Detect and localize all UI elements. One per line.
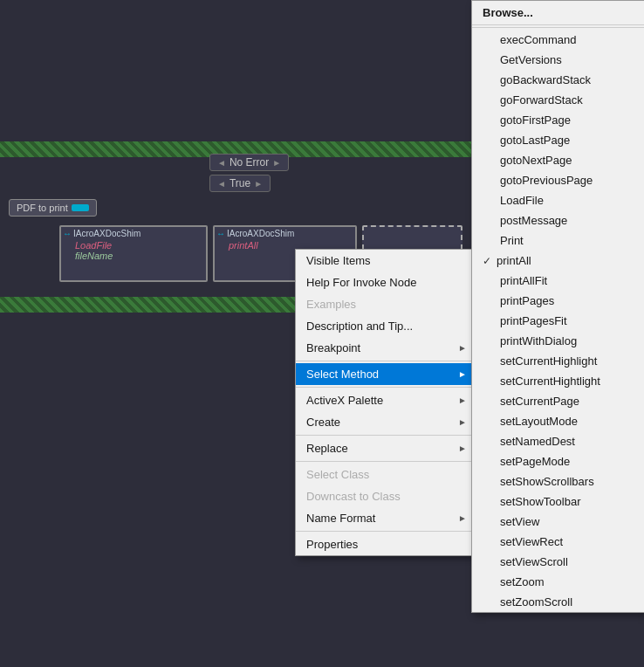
menu-item-replace[interactable]: Replace ► — [296, 437, 477, 459]
submenu-label-printpagesfit: printPagesFit — [500, 314, 567, 327]
submenu-label-setcurrentpage: setCurrentPage — [500, 395, 579, 408]
submenu-item-gotopreviouspage[interactable]: gotoPreviousPage — [472, 170, 644, 190]
true-label: True — [230, 177, 250, 189]
submenu-item-setcurrenthighlight[interactable]: setCurrentHighlight — [472, 351, 644, 371]
menu-item-description[interactable]: Description and Tip... — [296, 315, 477, 337]
submenu-item-setshowscrollbars[interactable]: setShowScrollbars — [472, 471, 644, 492]
submenu-item-execcommand[interactable]: execCommand — [472, 30, 644, 50]
submenu-item-gotolastpage[interactable]: gotoLastPage — [472, 130, 644, 150]
menu-item-select-class: Select Class — [296, 464, 477, 485]
submenu-label-printall: printAll — [497, 254, 531, 267]
menu-label-description: Description and Tip... — [306, 320, 413, 333]
submenu-item-setview[interactable]: setView — [472, 512, 644, 532]
submenu-label-setzoom: setZoom — [500, 575, 545, 588]
menu-item-breakpoint[interactable]: Breakpoint ► — [296, 337, 477, 359]
separator-2 — [296, 387, 477, 388]
activex-arrow: ► — [458, 395, 467, 405]
submenu-item-setzoomscroll[interactable]: setZoomScroll — [472, 592, 644, 612]
submenu-item-goforwardstack[interactable]: goForwardStack — [472, 90, 644, 110]
submenu-item-printwithdialog[interactable]: printWithDialog — [472, 331, 644, 351]
submenu-item-loadfile[interactable]: LoadFile — [472, 190, 644, 210]
submenu-label-printallfit: printAllFit — [500, 274, 547, 287]
submenu-label-setcurrenthightlight: setCurrentHightlight — [500, 375, 600, 388]
submenu-item-setpagemode[interactable]: setPageMode — [472, 451, 644, 471]
breakpoint-arrow: ► — [458, 343, 467, 353]
submenu-label-goforwardstack: goForwardStack — [500, 93, 583, 107]
submenu-label-loadfile: LoadFile — [500, 194, 544, 207]
submenu-item-setshowtoolbar[interactable]: setShowToolbar — [472, 492, 644, 512]
submenu-label-getversions: GetVersions — [500, 53, 562, 66]
submenu-label-execcommand: execCommand — [500, 33, 576, 46]
menu-label-replace: Replace — [306, 442, 348, 455]
menu-item-activex-palette[interactable]: ActiveX Palette ► — [296, 389, 477, 411]
separator-4 — [296, 461, 477, 462]
menu-label-activex-palette: ActiveX Palette — [306, 394, 383, 407]
menu-label-help: Help For Invoke Node — [306, 276, 416, 289]
submenu-label-printwithdialog: printWithDialog — [500, 334, 577, 347]
menu-label-downcast: Downcast to Class — [306, 490, 401, 503]
browse-label: Browse... — [483, 6, 533, 19]
submenu-select-method: Browse... execCommand GetVersions goBack… — [471, 0, 644, 613]
submenu-label-setnameddest: setNamedDest — [500, 435, 575, 448]
node-block-1[interactable]: ↔ IAcroAXDocShim LoadFile fileName — [59, 225, 208, 282]
menu-label-select-class: Select Class — [306, 468, 369, 481]
submenu-item-gotonextpage[interactable]: gotoNextPage — [472, 150, 644, 170]
true-node: True — [209, 175, 271, 192]
node1-class: IAcroAXDocShim — [73, 229, 140, 238]
menu-item-downcast: Downcast to Class — [296, 485, 477, 507]
submenu-item-printall[interactable]: printAll — [472, 251, 644, 271]
canvas: No Error True PDF to print ↔ IAcroAXDocS… — [0, 0, 644, 667]
menu-label-breakpoint: Breakpoint — [306, 341, 360, 354]
menu-item-name-format[interactable]: Name Format ► — [296, 507, 477, 529]
node1-arrow: ↔ — [63, 229, 72, 238]
submenu-item-printpagesfit[interactable]: printPagesFit — [472, 311, 644, 331]
submenu-browse[interactable]: Browse... — [472, 1, 644, 25]
menu-item-properties[interactable]: Properties — [296, 533, 477, 555]
submenu-item-setnameddest[interactable]: setNamedDest — [472, 431, 644, 451]
context-menu: Visible Items Help For Invoke Node Examp… — [295, 249, 478, 556]
submenu-item-setviewrect[interactable]: setViewRect — [472, 532, 644, 552]
submenu-label-setcurrenthighlight: setCurrentHighlight — [500, 354, 597, 368]
submenu-item-gotofirstpage[interactable]: gotoFirstPage — [472, 110, 644, 130]
submenu-item-gobackwardstack[interactable]: goBackwardStack — [472, 70, 644, 90]
submenu-item-setviewscroll[interactable]: setViewScroll — [472, 552, 644, 572]
menu-label-properties: Properties — [306, 538, 358, 551]
submenu-label-setviewscroll: setViewScroll — [500, 555, 568, 568]
submenu-label-printpages: printPages — [500, 294, 554, 307]
submenu-item-setcurrenthightlight[interactable]: setCurrentHightlight — [472, 371, 644, 391]
menu-item-help[interactable]: Help For Invoke Node — [296, 272, 477, 293]
replace-arrow: ► — [458, 444, 467, 453]
pdf-indicator — [72, 204, 89, 211]
submenu-label-setlayoutmode: setLayoutMode — [500, 415, 578, 428]
menu-item-visible-items[interactable]: Visible Items — [296, 250, 477, 272]
submenu-label-gotopreviouspage: gotoPreviousPage — [500, 174, 593, 187]
menu-label-create: Create — [306, 416, 340, 429]
node1-param: fileName — [75, 251, 204, 261]
separator-1 — [296, 361, 477, 361]
submenu-item-printpages[interactable]: printPages — [472, 291, 644, 311]
submenu-label-setviewrect: setViewRect — [500, 535, 563, 548]
submenu-label-setzoomscroll: setZoomScroll — [500, 595, 572, 609]
select-method-arrow: ► — [458, 369, 467, 379]
submenu-label-gotolastpage: gotoLastPage — [500, 134, 570, 147]
menu-label-visible-items: Visible Items — [306, 254, 370, 267]
name-format-arrow: ► — [458, 513, 467, 523]
node2-class: IAcroAXDocShim — [227, 229, 294, 238]
submenu-item-print[interactable]: Print — [472, 230, 644, 251]
submenu-item-printallfit[interactable]: printAllFit — [472, 271, 644, 291]
pdf-label: PDF to print — [17, 203, 68, 213]
menu-item-select-method[interactable]: Select Method ► — [296, 363, 477, 385]
submenu-item-setlayoutmode[interactable]: setLayoutMode — [472, 411, 644, 431]
separator-3 — [296, 435, 477, 436]
submenu-item-setzoom[interactable]: setZoom — [472, 572, 644, 592]
create-arrow: ► — [458, 417, 467, 427]
submenu-item-getversions[interactable]: GetVersions — [472, 50, 644, 70]
submenu-item-postmessage[interactable]: postMessage — [472, 210, 644, 230]
menu-item-create[interactable]: Create ► — [296, 411, 477, 433]
submenu-item-setcurrentpage[interactable]: setCurrentPage — [472, 391, 644, 411]
submenu-label-setshowscrollbars: setShowScrollbars — [500, 475, 594, 488]
submenu-label-setpagemode: setPageMode — [500, 455, 570, 468]
submenu-label-gotonextpage: gotoNextPage — [500, 154, 572, 167]
menu-label-select-method: Select Method — [306, 368, 379, 381]
node1-method: LoadFile — [75, 240, 204, 251]
